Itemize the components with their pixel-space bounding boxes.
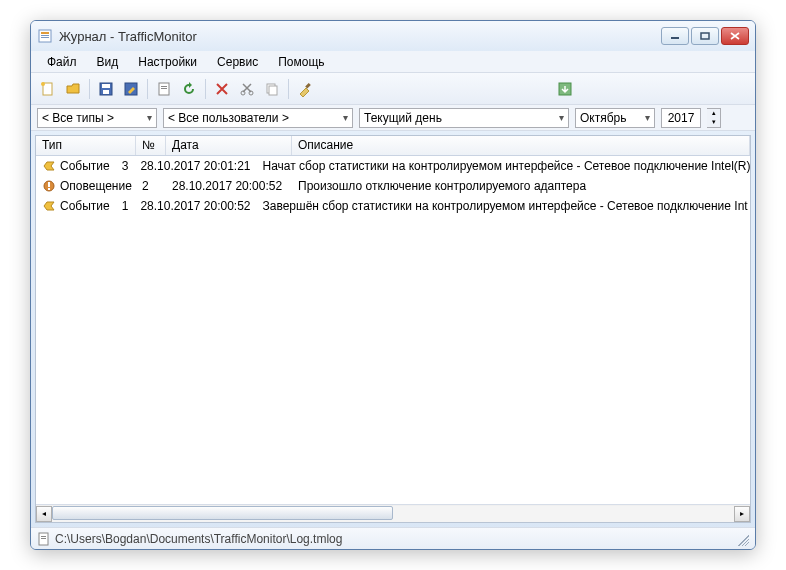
main-window: Журнал - TrafficMonitor Файл Вид Настрой… <box>30 20 756 550</box>
filter-day-value: Текущий день <box>364 111 442 125</box>
svg-point-7 <box>41 82 45 86</box>
col-header-date[interactable]: Дата <box>166 136 292 155</box>
delete-button[interactable] <box>211 78 233 100</box>
row-num: 3 <box>116 159 135 173</box>
svg-rect-22 <box>48 182 50 187</box>
toolbar <box>31 73 755 105</box>
minimize-button[interactable] <box>661 27 689 45</box>
svg-rect-1 <box>41 32 49 34</box>
row-num: 1 <box>116 199 135 213</box>
col-header-num[interactable]: № <box>136 136 166 155</box>
status-path: C:\Users\Bogdan\Documents\TrafficMonitor… <box>55 532 342 546</box>
filter-month-combo[interactable]: Октябрь <box>575 108 655 128</box>
close-button[interactable] <box>721 27 749 45</box>
row-type: Оповещение <box>60 179 132 193</box>
document-icon <box>37 532 51 546</box>
row-type: Событие <box>60 159 110 173</box>
menu-help[interactable]: Помощь <box>270 53 332 71</box>
grid-header: Тип № Дата Описание <box>36 136 750 156</box>
log-grid: Тип № Дата Описание Событие328.10.2017 2… <box>35 135 751 523</box>
row-desc: Начат сбор статистики на контролируемом … <box>257 159 750 173</box>
page-button[interactable] <box>153 78 175 100</box>
svg-rect-14 <box>161 88 167 89</box>
alert-icon <box>42 179 56 193</box>
scroll-track[interactable] <box>52 506 734 522</box>
maximize-button[interactable] <box>691 27 719 45</box>
filter-month-value: Октябрь <box>580 111 627 125</box>
svg-rect-25 <box>41 536 46 537</box>
row-type: Событие <box>60 199 110 213</box>
row-date: 28.10.2017 20:01:21 <box>134 159 256 173</box>
filterbar: < Все типы > < Все пользователи > Текущи… <box>31 105 755 131</box>
clear-button[interactable] <box>294 78 316 100</box>
year-spinner[interactable]: ▴▾ <box>707 108 721 128</box>
table-row[interactable]: Оповещение228.10.2017 20:00:52Произошло … <box>36 176 750 196</box>
menu-file[interactable]: Файл <box>39 53 85 71</box>
svg-rect-9 <box>102 84 110 88</box>
filter-user-value: < Все пользователи > <box>168 111 289 125</box>
menubar: Файл Вид Настройки Сервис Помощь <box>31 51 755 73</box>
filter-year-input[interactable] <box>661 108 701 128</box>
event-icon <box>42 199 56 213</box>
year-down-icon[interactable]: ▾ <box>707 118 720 127</box>
window-controls <box>661 27 749 45</box>
scroll-thumb[interactable] <box>52 506 393 520</box>
save-button[interactable] <box>95 78 117 100</box>
row-desc: Завершён сбор статистики на контролируем… <box>257 199 750 213</box>
table-row[interactable]: Событие328.10.2017 20:01:21Начат сбор ст… <box>36 156 750 176</box>
horizontal-scrollbar[interactable]: ◂ ▸ <box>36 504 750 522</box>
svg-rect-18 <box>269 86 277 95</box>
svg-rect-3 <box>41 37 49 38</box>
app-icon <box>37 28 53 44</box>
filter-user-combo[interactable]: < Все пользователи > <box>163 108 353 128</box>
refresh-button[interactable] <box>178 78 200 100</box>
resize-grip[interactable] <box>735 532 749 546</box>
filter-day-combo[interactable]: Текущий день <box>359 108 569 128</box>
filter-type-combo[interactable]: < Все типы > <box>37 108 157 128</box>
svg-rect-5 <box>701 33 709 39</box>
year-up-icon[interactable]: ▴ <box>707 109 720 118</box>
col-header-desc[interactable]: Описание <box>292 136 750 155</box>
new-button[interactable] <box>37 78 59 100</box>
svg-rect-10 <box>103 90 109 94</box>
svg-rect-4 <box>671 37 679 39</box>
menu-settings[interactable]: Настройки <box>130 53 205 71</box>
cut-button[interactable] <box>236 78 258 100</box>
row-date: 28.10.2017 20:00:52 <box>134 199 256 213</box>
grid-body: Событие328.10.2017 20:01:21Начат сбор ст… <box>36 156 750 504</box>
svg-rect-23 <box>48 188 50 190</box>
table-row[interactable]: Событие128.10.2017 20:00:52Завершён сбор… <box>36 196 750 216</box>
filter-type-value: < Все типы > <box>42 111 114 125</box>
copy-button[interactable] <box>261 78 283 100</box>
scroll-right-icon[interactable]: ▸ <box>734 506 750 522</box>
menu-service[interactable]: Сервис <box>209 53 266 71</box>
export-button[interactable] <box>554 78 576 100</box>
row-desc: Произошло отключение контролируемого ада… <box>292 179 750 193</box>
statusbar: C:\Users\Bogdan\Documents\TrafficMonitor… <box>31 527 755 549</box>
scroll-left-icon[interactable]: ◂ <box>36 506 52 522</box>
col-header-type[interactable]: Тип <box>36 136 136 155</box>
titlebar: Журнал - TrafficMonitor <box>31 21 755 51</box>
event-icon <box>42 159 56 173</box>
row-date: 28.10.2017 20:00:52 <box>166 179 292 193</box>
window-title: Журнал - TrafficMonitor <box>59 29 661 44</box>
menu-view[interactable]: Вид <box>89 53 127 71</box>
edit-button[interactable] <box>120 78 142 100</box>
svg-rect-26 <box>41 538 46 539</box>
svg-rect-2 <box>41 35 49 36</box>
row-num: 2 <box>136 179 166 193</box>
open-button[interactable] <box>62 78 84 100</box>
svg-rect-13 <box>161 86 167 87</box>
